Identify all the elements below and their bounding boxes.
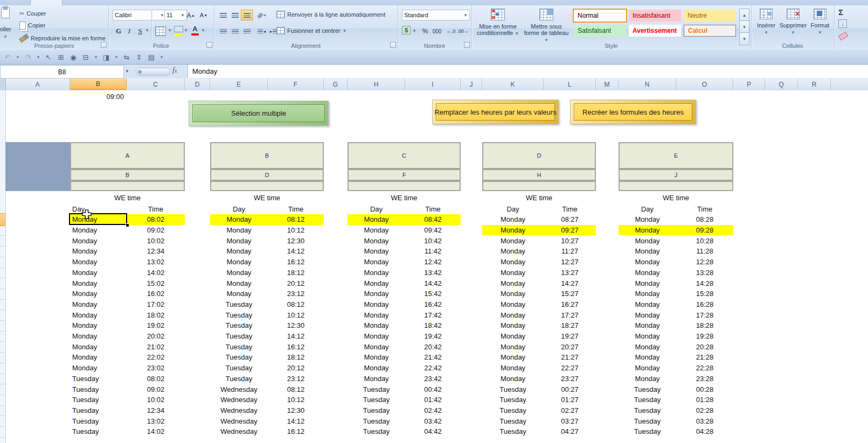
select-objects-button[interactable]: ⊞ <box>57 53 65 61</box>
day-cell[interactable]: Monday <box>70 299 127 310</box>
fill-color-button[interactable] <box>174 26 183 36</box>
letter-box-B[interactable]: B <box>70 169 185 181</box>
time-cell[interactable]: 16:12 <box>268 257 324 268</box>
day-cell[interactable]: Tuesday <box>70 374 127 384</box>
underline-button[interactable]: S <box>134 26 146 37</box>
time-cell[interactable]: 14:12 <box>268 331 324 342</box>
day-cell[interactable]: Tuesday <box>70 426 127 437</box>
number-dialog-launcher[interactable] <box>464 42 470 48</box>
time-cell[interactable]: 16:27 <box>544 299 596 310</box>
underline-dropdown[interactable]: ▼ <box>145 28 149 33</box>
swap-horizontal-button[interactable]: ⇆ <box>122 53 131 61</box>
letter-box-empty[interactable] <box>482 181 596 191</box>
time-cell[interactable]: 22:28 <box>676 363 733 374</box>
time-cell[interactable]: 14:12 <box>268 246 324 257</box>
day-cell[interactable]: Tuesday <box>348 426 405 437</box>
day-cell[interactable]: Tuesday <box>482 426 544 437</box>
italic-button[interactable]: I <box>123 26 135 37</box>
time-cell[interactable]: 01:42 <box>405 395 461 405</box>
cell-style-neutre[interactable]: Neutre <box>684 10 736 22</box>
time-cell[interactable]: 20:12 <box>268 278 324 289</box>
day-cell[interactable]: Monday <box>482 374 544 384</box>
day-cell[interactable]: Tuesday <box>348 416 405 426</box>
col-header-day[interactable]: Day <box>70 204 127 214</box>
cell-style-avertissement[interactable]: Avertissement <box>629 25 681 37</box>
paste-dropdown-arrow[interactable]: ▼ <box>3 34 8 39</box>
time-cell[interactable]: 23:12 <box>268 289 324 299</box>
letter-box-B[interactable]: B <box>210 142 324 169</box>
day-cell[interactable]: Tuesday <box>210 341 268 352</box>
day-cell[interactable]: Monday <box>348 299 405 310</box>
time-cell[interactable]: 13:02 <box>127 257 185 268</box>
day-cell[interactable]: Monday <box>348 214 405 225</box>
day-cell[interactable]: Monday <box>619 235 676 246</box>
decrease-decimal-button[interactable]: .00→ <box>457 26 469 37</box>
time-cell[interactable]: 12:27 <box>544 257 596 268</box>
day-cell[interactable]: Wednesday <box>210 416 268 426</box>
fill-button[interactable]: ↓ <box>838 19 847 28</box>
day-cell[interactable]: Monday <box>70 278 127 289</box>
day-cell[interactable]: Tuesday <box>210 352 268 363</box>
time-cell[interactable]: 19:02 <box>127 320 185 331</box>
day-cell[interactable]: Monday <box>70 268 127 278</box>
increase-font-button[interactable]: A▲ <box>185 10 197 20</box>
time-cell[interactable]: 18:27 <box>544 320 596 331</box>
formula-bar-resize-handle[interactable] <box>136 68 170 76</box>
time-cell[interactable]: 15:42 <box>405 289 461 299</box>
time-cell[interactable]: 19:28 <box>676 331 733 342</box>
column-header-G[interactable]: G <box>324 79 348 90</box>
day-cell[interactable]: Tuesday <box>70 395 127 405</box>
wrap-text-button[interactable]: Renvoyer à la ligne automatiquement <box>276 10 385 19</box>
col-header-time[interactable]: Time <box>405 204 461 214</box>
letter-box-empty[interactable] <box>210 181 324 191</box>
cell-style-satisfaisant[interactable]: Satisfaisant <box>574 25 626 37</box>
day-cell[interactable]: Monday <box>482 299 544 310</box>
day-cell[interactable]: Monday <box>482 310 544 320</box>
time-cell[interactable]: 04:42 <box>405 426 461 437</box>
col-header-time[interactable]: Time <box>676 204 733 214</box>
time-cell[interactable]: 16:12 <box>268 341 324 352</box>
day-cell[interactable]: Monday <box>619 363 676 374</box>
font-name-select[interactable]: Calibri▼ <box>113 10 166 20</box>
column-header-J[interactable]: J <box>461 79 482 90</box>
day-cell[interactable]: Tuesday <box>70 384 127 395</box>
undo-button[interactable]: ↶ <box>3 53 12 61</box>
day-cell[interactable]: Monday <box>348 246 405 257</box>
cell-style-insatisfaisant[interactable]: Insatisfaisant <box>629 10 681 22</box>
time-cell[interactable]: 20:28 <box>676 341 733 352</box>
day-cell[interactable]: Monday <box>348 235 405 246</box>
day-cell[interactable]: Monday <box>348 257 405 268</box>
time-cell[interactable]: 14:12 <box>268 416 324 426</box>
multi-select-button[interactable]: Sélection multiple <box>189 101 329 126</box>
time-cell[interactable]: 02:42 <box>405 405 461 416</box>
time-cell[interactable]: 21:27 <box>544 352 596 363</box>
day-cell[interactable]: Monday <box>482 268 544 278</box>
letter-box-empty[interactable] <box>619 181 733 191</box>
time-cell[interactable]: 23:42 <box>405 374 461 384</box>
time-cell[interactable]: 03:28 <box>676 416 733 426</box>
day-cell[interactable]: Tuesday <box>619 395 676 405</box>
time-cell[interactable]: 14:42 <box>405 278 461 289</box>
fill-tool-button[interactable]: ◨ <box>102 53 110 61</box>
time-cell[interactable]: 21:28 <box>676 352 733 363</box>
day-cell[interactable]: Monday <box>619 352 676 363</box>
day-cell[interactable]: Monday <box>619 310 676 320</box>
selected-row-header[interactable] <box>0 213 5 226</box>
time-cell[interactable]: 10:12 <box>268 310 324 320</box>
day-cell[interactable]: Tuesday <box>619 405 676 416</box>
copy-button[interactable]: Copier <box>19 20 45 30</box>
time-cell[interactable]: 08:02 <box>127 374 185 384</box>
day-cell[interactable]: Monday <box>482 289 544 299</box>
day-cell[interactable]: Wednesday <box>210 395 268 405</box>
time-cell[interactable]: 16:02 <box>127 289 185 299</box>
col-header-time[interactable]: Time <box>544 204 596 214</box>
column-header-Q[interactable]: Q <box>765 79 798 90</box>
cell-style-calcul[interactable]: Calcul <box>684 25 736 37</box>
decrease-indent-button[interactable]: ◄ <box>256 26 268 37</box>
letter-box-F[interactable]: F <box>348 169 461 181</box>
worksheet-grid[interactable]: 09:00 Sélection multiple Remplacer les h… <box>0 90 868 443</box>
redo-button[interactable]: ↷ <box>24 53 32 61</box>
format-as-table-button[interactable]: Mettre sous forme de tableau ▼ <box>523 9 570 44</box>
align-bottom-button[interactable] <box>241 10 253 20</box>
day-cell[interactable]: Tuesday <box>210 374 268 384</box>
